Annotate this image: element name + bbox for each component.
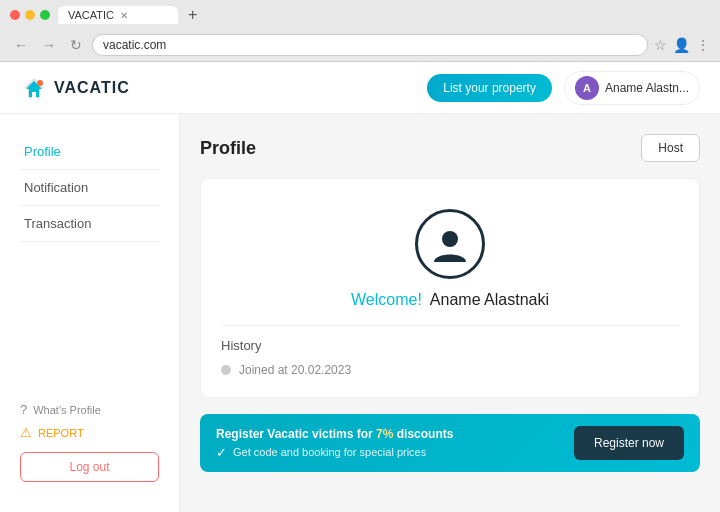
sidebar-nav: Profile Notification Transaction bbox=[0, 134, 179, 242]
logo-text: VACATIC bbox=[54, 79, 130, 97]
banner-title: Register Vacatic victims for 7% discount… bbox=[216, 427, 453, 441]
svg-point-0 bbox=[37, 80, 43, 86]
welcome-text: Welcome! bbox=[351, 291, 422, 309]
warning-icon: ⚠ bbox=[20, 425, 32, 440]
user-menu[interactable]: A Aname Alastn... bbox=[564, 71, 700, 105]
user-icon[interactable]: 👤 bbox=[673, 37, 690, 53]
history-item: Joined at 20.02.2023 bbox=[221, 363, 679, 377]
header: VACATIC List your property A Aname Alast… bbox=[0, 62, 720, 114]
address-bar[interactable]: vacatic.com bbox=[92, 34, 648, 56]
window-controls bbox=[10, 10, 50, 20]
avatar-circle bbox=[415, 209, 485, 279]
help-label: What's Profile bbox=[33, 404, 101, 416]
welcome-row: Welcome! Aname Alastnaki bbox=[351, 291, 549, 309]
profile-card: Welcome! Aname Alastnaki History Joined … bbox=[200, 178, 700, 398]
tab-title: VACATIC bbox=[68, 9, 114, 21]
banner-discount: 7% bbox=[376, 427, 393, 441]
app: VACATIC List your property A Aname Alast… bbox=[0, 62, 720, 512]
banner-subtitle: ✓ Get code and booking for special price… bbox=[216, 445, 453, 460]
svg-point-1 bbox=[442, 231, 458, 247]
url-text: vacatic.com bbox=[103, 38, 166, 52]
history-dot bbox=[221, 365, 231, 375]
banner-title-prefix: Register Vacatic victims for bbox=[216, 427, 376, 441]
forward-button[interactable]: → bbox=[38, 35, 60, 55]
check-icon: ✓ bbox=[216, 445, 227, 460]
user-name: Aname Alastn... bbox=[605, 81, 689, 95]
sidebar: Profile Notification Transaction ? What'… bbox=[0, 114, 180, 512]
avatar: A bbox=[575, 76, 599, 100]
main: Profile Notification Transaction ? What'… bbox=[0, 114, 720, 512]
list-property-button[interactable]: List your property bbox=[427, 74, 552, 102]
sidebar-help[interactable]: ? What's Profile bbox=[20, 402, 159, 417]
maximize-dot[interactable] bbox=[40, 10, 50, 20]
help-icon: ? bbox=[20, 402, 27, 417]
divider bbox=[221, 325, 679, 326]
banner: Register Vacatic victims for 7% discount… bbox=[200, 414, 700, 472]
host-button[interactable]: Host bbox=[641, 134, 700, 162]
browser-actions: ☆ 👤 ⋮ bbox=[654, 37, 710, 53]
user-avatar-icon bbox=[430, 224, 470, 264]
refresh-button[interactable]: ↻ bbox=[66, 35, 86, 55]
logout-button[interactable]: Log out bbox=[20, 452, 159, 482]
register-button[interactable]: Register now bbox=[574, 426, 684, 460]
user-fullname: Aname Alastnaki bbox=[430, 291, 549, 309]
sidebar-item-profile[interactable]: Profile bbox=[20, 134, 159, 170]
logo: VACATIC bbox=[20, 74, 130, 102]
header-right: List your property A Aname Alastn... bbox=[427, 71, 700, 105]
joined-text: Joined at 20.02.2023 bbox=[239, 363, 351, 377]
tab-close-icon[interactable]: ✕ bbox=[120, 10, 128, 21]
history-title: History bbox=[221, 338, 679, 353]
sidebar-bottom: ? What's Profile ⚠ REPORT Log out bbox=[0, 402, 179, 492]
sidebar-item-notification[interactable]: Notification bbox=[20, 170, 159, 206]
bookmark-icon[interactable]: ☆ bbox=[654, 37, 667, 53]
minimize-dot[interactable] bbox=[25, 10, 35, 20]
report-label: REPORT bbox=[38, 427, 84, 439]
new-tab-button[interactable]: + bbox=[188, 6, 197, 24]
sidebar-report[interactable]: ⚠ REPORT bbox=[20, 425, 159, 440]
page-title: Profile bbox=[200, 138, 256, 159]
browser-tab[interactable]: VACATIC ✕ bbox=[58, 6, 178, 24]
browser-chrome: VACATIC ✕ + ← → ↻ vacatic.com ☆ 👤 ⋮ bbox=[0, 0, 720, 62]
avatar-section: Welcome! Aname Alastnaki bbox=[221, 209, 679, 309]
sidebar-item-transaction[interactable]: Transaction bbox=[20, 206, 159, 242]
banner-left: Register Vacatic victims for 7% discount… bbox=[216, 427, 453, 460]
banner-title-suffix: discounts bbox=[393, 427, 453, 441]
menu-icon[interactable]: ⋮ bbox=[696, 37, 710, 53]
banner-subtitle-text: Get code and booking for special prices bbox=[233, 446, 426, 458]
content: Profile Host Welcome! Aname Alastnaki bbox=[180, 114, 720, 512]
content-header: Profile Host bbox=[200, 134, 700, 162]
back-button[interactable]: ← bbox=[10, 35, 32, 55]
logo-icon bbox=[20, 74, 48, 102]
close-dot[interactable] bbox=[10, 10, 20, 20]
